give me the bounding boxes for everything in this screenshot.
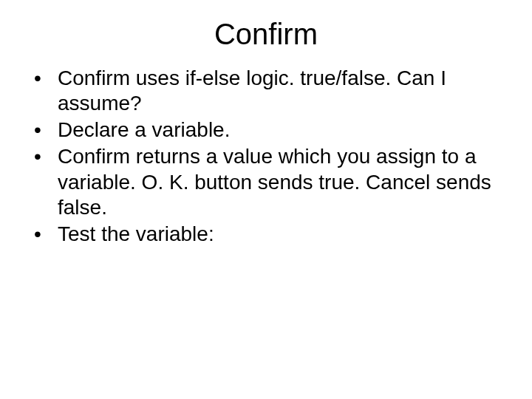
list-item: Declare a variable.	[28, 117, 502, 143]
bullet-list: Confirm uses if-else logic. true/false. …	[28, 66, 502, 247]
slide: Confirm Confirm uses if-else logic. true…	[0, 0, 532, 399]
list-item: Confirm returns a value which you assign…	[28, 144, 502, 219]
list-item: Confirm uses if-else logic. true/false. …	[28, 66, 502, 116]
list-item: Test the variable:	[28, 222, 502, 247]
slide-content: Confirm uses if-else logic. true/false. …	[0, 66, 532, 247]
slide-title: Confirm	[0, 0, 532, 66]
